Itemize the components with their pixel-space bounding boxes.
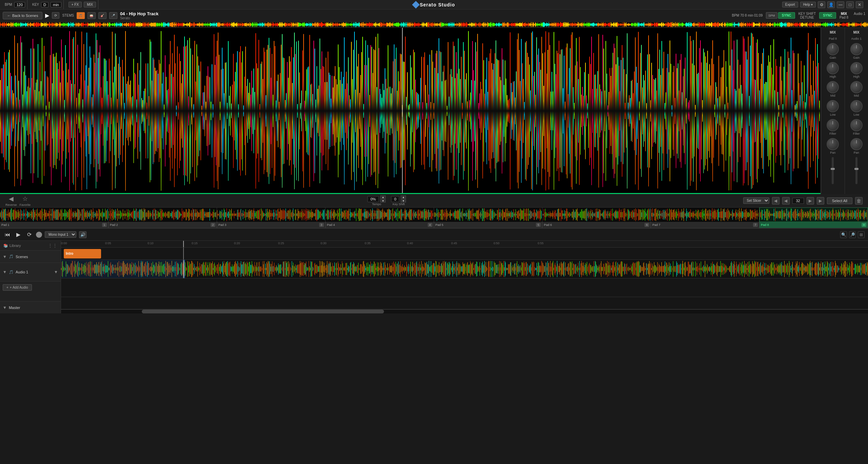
controls-right: Set Slicer ◀ ◀ 32 ▶ ▶ Select All 🗑 [743, 197, 863, 205]
key-up-button[interactable]: ▲ [401, 195, 406, 199]
zoom-out-button[interactable]: 🔎 [849, 231, 856, 238]
audio-1-label: Audio 1 [854, 12, 865, 16]
sync-btn-2[interactable]: SYNC [819, 12, 836, 19]
key-down-button[interactable]: ▼ [401, 199, 406, 202]
reverse-button[interactable]: ◀ [9, 195, 14, 202]
audio1-expand-btn[interactable]: ▼ [3, 270, 7, 274]
mid-knob-right[interactable] [850, 81, 863, 93]
timeline-scrollbar[interactable] [61, 309, 868, 313]
fader-thumb-right [854, 168, 859, 170]
minimize-icon[interactable]: — [837, 1, 844, 8]
prev-slice-button[interactable]: ◀ [772, 197, 779, 205]
play-button[interactable]: ▶ [45, 12, 49, 19]
pad-label-3[interactable]: Pad 3 3 [217, 222, 326, 228]
fader-left[interactable] [832, 157, 834, 184]
track-title: 04 - Hip Hop Track [120, 11, 729, 16]
pad-label-7[interactable]: Pad 7 7 [651, 222, 759, 228]
mix-button[interactable]: MIX [84, 2, 96, 7]
sync-btn-1[interactable]: SYNC [778, 12, 795, 19]
stem-btn-4[interactable]: 🎤 [109, 12, 117, 19]
key-mode-value[interactable]: min [51, 2, 61, 7]
pad-label-1[interactable]: Pad 1 1 [0, 222, 109, 228]
delete-button[interactable]: 🗑 [855, 197, 863, 205]
tempo-down-button[interactable]: ▼ [380, 199, 386, 202]
zoom-in-button[interactable]: 🔍 [840, 231, 847, 238]
ruler-mark-7: 0:35 [365, 241, 371, 245]
help-button[interactable]: Help ▾ [800, 2, 816, 7]
fader-right[interactable] [855, 157, 857, 184]
serato-title: Serato Studio [420, 2, 455, 7]
tempo-up-button[interactable]: ▲ [380, 195, 386, 199]
stem-btn-1[interactable]: 🎵 [77, 12, 85, 19]
prev-slice-button-2[interactable]: ◀ [782, 197, 790, 205]
scenes-expand-btn[interactable]: ▼ [3, 254, 7, 259]
filter-knob-right[interactable] [850, 119, 863, 131]
intro-block[interactable]: Intro [64, 249, 101, 258]
pad-label-8[interactable]: Pad 8 8 [759, 222, 868, 228]
spm-btn[interactable]: SPM [766, 12, 777, 19]
loop-transport-button[interactable]: ⟳ [25, 231, 33, 239]
add-audio-button[interactable]: + + Add Audio [3, 284, 32, 291]
pad-label-6[interactable]: Pad 6 6 [542, 222, 651, 228]
low-knob-right[interactable] [850, 100, 863, 112]
master-expand-btn[interactable]: ▼ [3, 305, 7, 310]
pan-knob-left[interactable] [827, 138, 839, 150]
gain-knob-left[interactable] [827, 43, 839, 55]
pan-knob-right[interactable] [850, 138, 863, 150]
loop-button[interactable]: ⟳ [52, 12, 59, 19]
pan-knob-group-left: Pan [827, 138, 839, 154]
back-arrow-icon: ← [7, 14, 11, 18]
library-label: Library [9, 244, 21, 248]
record-button[interactable] [36, 232, 42, 238]
high-knob-left[interactable] [827, 62, 839, 74]
close-icon[interactable]: ✕ [856, 1, 863, 8]
low-knob-left[interactable] [827, 100, 839, 112]
add-fx-button[interactable]: + FX [69, 2, 82, 7]
scenes-playhead [183, 248, 184, 259]
fit-button[interactable]: ⊞ [858, 231, 865, 238]
maximize-icon[interactable]: □ [846, 1, 854, 8]
key-value[interactable]: D [41, 2, 49, 7]
reverse-control: ◀ Reverse [5, 195, 17, 207]
settings-icon[interactable]: ⚙ [818, 1, 825, 8]
filter-knob-left[interactable] [827, 119, 839, 131]
pad-label-4[interactable]: Pad 4 4 [326, 222, 434, 228]
input-select[interactable]: Mono Input 1 [45, 231, 76, 238]
audio-settings-button[interactable]: 🔊 [79, 231, 86, 238]
main-waveform-canvas[interactable] [0, 28, 821, 194]
skip-back-button[interactable]: ⏮ [3, 231, 12, 239]
gain-knob-right[interactable] [850, 43, 863, 55]
slicer-select[interactable]: Set Slicer [743, 197, 769, 204]
pad-1-num: 1 [102, 223, 107, 227]
account-icon[interactable]: 👤 [827, 1, 835, 8]
key-shift-section: KEY SHIFT DETUNE [798, 12, 816, 19]
master-header: ▼ Master [0, 301, 61, 313]
select-all-button[interactable]: Select All [827, 197, 852, 204]
audio1-track-row [61, 260, 868, 278]
stem-btn-2[interactable]: 🥁 [88, 12, 96, 19]
export-button[interactable]: Export [782, 2, 798, 7]
tempo-label: Tempo [372, 202, 381, 206]
bpm-value[interactable]: 120 [14, 2, 25, 7]
favorite-label: Favorite [20, 203, 31, 207]
waveform-overview[interactable] [0, 22, 868, 28]
audio1-label: Audio 1 [16, 270, 28, 274]
low-knob-group-left: Low [827, 100, 839, 116]
ruler-mark-5: 0:25 [278, 241, 284, 245]
pad-label-2[interactable]: Pad 2 2 [109, 222, 217, 228]
audio1-arrow-btn[interactable]: ▼ [54, 270, 58, 274]
key-section: KEY D min [30, 0, 64, 9]
play-pause-button[interactable]: ▶ [14, 231, 22, 239]
pad-label-5[interactable]: Pad 5 5 [434, 222, 543, 228]
mid-knob-left[interactable] [827, 81, 839, 93]
tempo-value[interactable]: 0% [367, 196, 379, 202]
pad-7-text: Pad 7 [652, 223, 660, 227]
high-knob-right[interactable] [850, 62, 863, 74]
next-slice-button[interactable]: ▶ [807, 197, 814, 205]
favorite-button[interactable]: ☆ [22, 195, 28, 202]
next-slice-button-2[interactable]: ▶ [817, 197, 824, 205]
key-shift-value[interactable]: 0 [391, 196, 399, 202]
back-to-scenes-button[interactable]: ← Back to Scenes [3, 12, 42, 19]
stem-btn-3[interactable]: 🎸 [98, 12, 107, 19]
pads-waveform-canvas[interactable] [0, 208, 868, 222]
